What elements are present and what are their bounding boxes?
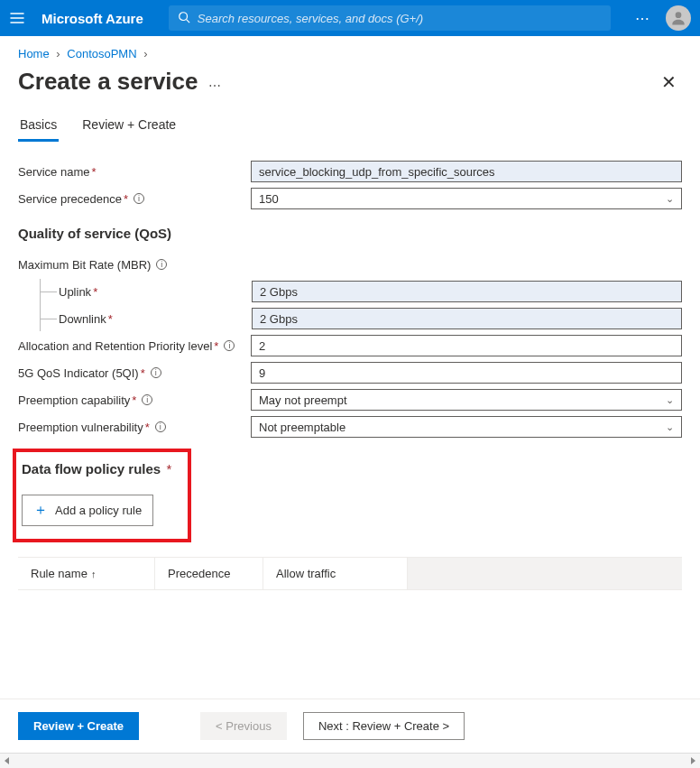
preempt-cap-select[interactable]: May not preempt ⌄ (251, 389, 682, 411)
qi-input[interactable] (251, 362, 682, 384)
label-preempt-vuln: Preemption vulnerability* i (18, 419, 251, 436)
preempt-vuln-select[interactable]: Not preemptable ⌄ (251, 416, 682, 438)
info-icon[interactable]: i (156, 259, 167, 270)
info-icon[interactable]: i (142, 394, 152, 405)
chevron-right-icon: › (143, 47, 147, 60)
horizontal-scrollbar[interactable] (0, 753, 700, 768)
breadcrumb-home[interactable]: Home (18, 47, 50, 60)
tab-review-create[interactable]: Review + Create (80, 112, 178, 142)
chevron-down-icon: ⌄ (666, 193, 674, 205)
col-allow-traffic[interactable]: Allow traffic (263, 558, 408, 589)
info-icon[interactable]: i (151, 367, 161, 378)
page-title: Create a service (18, 68, 198, 96)
chevron-down-icon: ⌄ (666, 421, 674, 433)
svg-point-2 (676, 12, 682, 18)
sort-up-icon: ↑ (91, 569, 97, 579)
breadcrumb-item[interactable]: ContosoPMN (67, 47, 136, 60)
title-more-icon[interactable]: ⋯ (208, 79, 223, 93)
menu-hamburger-icon[interactable] (9, 10, 25, 26)
close-icon[interactable]: ✕ (656, 69, 682, 95)
page-title-row: Create a service ⋯ ✕ (0, 66, 700, 112)
label-arp: Allocation and Retention Priority level*… (18, 338, 251, 355)
next-button[interactable]: Next : Review + Create > (303, 712, 465, 740)
info-icon[interactable]: i (155, 421, 166, 432)
service-precedence-value: 150 (259, 192, 279, 206)
data-flow-policy-highlight: Data flow policy rules * ＋ Add a policy … (13, 449, 191, 542)
more-actions-icon[interactable]: ⋯ (635, 10, 651, 27)
form-basics: Service name* Service precedence* i 150 … (0, 159, 700, 599)
page-footer: Review + Create < Previous Next : Review… (0, 699, 700, 753)
downlink-input[interactable] (252, 308, 682, 329)
search-icon (178, 11, 190, 26)
breadcrumb: Home › ContosoPMN › (0, 36, 700, 66)
brand-label[interactable]: Microsoft Azure (41, 11, 143, 26)
qos-heading: Quality of service (QoS) (18, 226, 682, 241)
label-downlink: Downlink* (59, 310, 252, 328)
service-precedence-select[interactable]: 150 ⌄ (251, 188, 682, 209)
svg-point-0 (180, 12, 188, 20)
info-icon[interactable]: i (224, 340, 235, 351)
portal-topbar: Microsoft Azure ⋯ (0, 0, 700, 36)
uplink-input[interactable] (252, 281, 682, 302)
col-empty (408, 558, 682, 589)
arp-input[interactable] (251, 335, 682, 356)
label-preempt-cap: Preemption capability* i (18, 392, 251, 409)
tab-basics[interactable]: Basics (18, 112, 59, 142)
rule-table-header: Rule name↑ Precedence Allow traffic (18, 557, 682, 590)
col-precedence[interactable]: Precedence (155, 558, 263, 589)
label-uplink: Uplink* (59, 283, 252, 301)
col-rule-name[interactable]: Rule name↑ (18, 558, 155, 589)
chevron-right-icon: › (56, 47, 60, 60)
label-service-precedence: Service precedence* i (18, 190, 251, 208)
preempt-vuln-value: Not preemptable (259, 421, 345, 434)
label-mbr: Maximum Bit Rate (MBR) i (18, 256, 251, 273)
review-create-button[interactable]: Review + Create (18, 712, 139, 740)
plus-icon: ＋ (33, 501, 48, 520)
add-rule-label: Add a policy rule (55, 504, 142, 517)
global-search[interactable] (169, 5, 611, 31)
add-policy-rule-button[interactable]: ＋ Add a policy rule (22, 495, 153, 526)
info-icon[interactable]: i (134, 193, 144, 204)
tab-bar: Basics Review + Create (0, 112, 700, 143)
preempt-cap-value: May not preempt (259, 393, 347, 407)
label-service-name: Service name* (18, 163, 251, 180)
label-5qi: 5G QoS Indicator (5QI)* i (18, 365, 251, 382)
chevron-down-icon: ⌄ (666, 394, 674, 406)
svg-line-1 (186, 19, 189, 23)
search-input[interactable] (198, 12, 602, 25)
dfpr-heading: Data flow policy rules * (22, 461, 171, 477)
user-avatar[interactable] (666, 5, 691, 31)
service-name-input[interactable] (251, 161, 682, 182)
previous-button: < Previous (200, 712, 287, 740)
